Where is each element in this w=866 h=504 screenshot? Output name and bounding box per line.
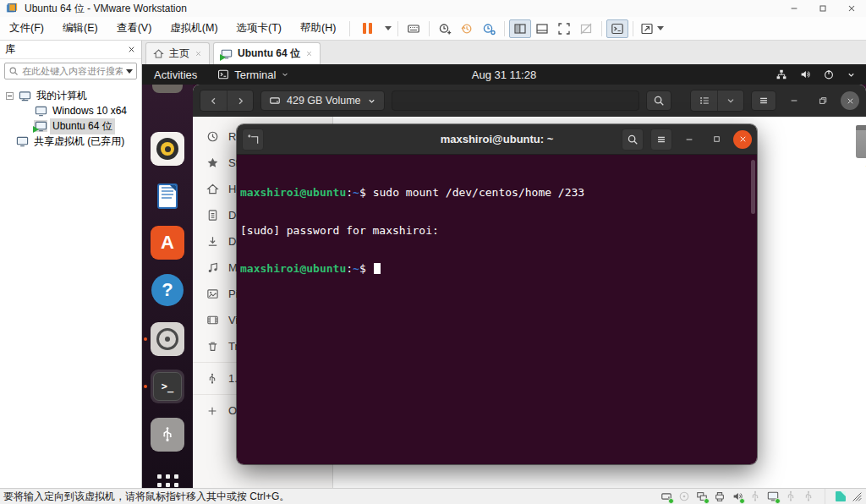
files-maximize-button[interactable] <box>812 90 834 111</box>
terminal-cursor <box>374 263 381 274</box>
library-search-input[interactable] <box>22 66 123 76</box>
network-adapter-icon[interactable] <box>696 490 708 502</box>
volume-location-button[interactable]: 429 GB Volume <box>260 90 385 111</box>
terminal-titlebar[interactable]: maxshiroi@ubuntu: ~ <box>237 124 757 155</box>
dock-item-ubuntu-software[interactable]: A <box>151 226 184 260</box>
terminal-minimize-button[interactable] <box>679 129 699 150</box>
display-icon[interactable] <box>767 490 779 502</box>
tree-item-shared-vms[interactable]: 共享虚拟机 (已弃用) <box>0 134 141 149</box>
toggle-library-button[interactable] <box>509 19 531 38</box>
tab-close-icon[interactable] <box>305 50 313 58</box>
tree-item-windows10[interactable]: Windows 10 x64 <box>0 103 141 118</box>
list-view-button[interactable] <box>691 90 717 111</box>
new-tab-icon <box>247 133 260 145</box>
revert-snapshot-button[interactable] <box>456 19 478 38</box>
fit-guest-button[interactable] <box>638 19 666 38</box>
terminal-search-button[interactable] <box>622 129 644 151</box>
send-ctrl-alt-del-button[interactable] <box>403 19 425 38</box>
dock-item-rhythmbox[interactable] <box>151 132 184 166</box>
fullscreen-button[interactable] <box>553 19 575 38</box>
dock-item-show-applications[interactable] <box>151 468 184 488</box>
command-text: sudo mount /dev/centos/home /233 <box>373 186 584 199</box>
running-indicator <box>144 337 147 341</box>
chevron-down-icon <box>367 96 376 106</box>
status-message: 要将输入定向到该虚拟机，请将鼠标指针移入其中或按 Ctrl+G。 <box>3 490 289 504</box>
gnome-topbar: Activities Terminal Aug 31 11:28 <box>142 64 866 85</box>
list-view-icon <box>699 95 710 107</box>
activities-button[interactable]: Activities <box>142 64 209 85</box>
caret-down-icon[interactable] <box>126 69 133 74</box>
view-options-button[interactable] <box>717 90 743 111</box>
cdrom-icon[interactable] <box>678 490 690 502</box>
star-icon <box>206 156 219 169</box>
suspend-dropdown[interactable] <box>380 19 393 38</box>
rhythmbox-icon <box>156 138 178 160</box>
split-horizontal-icon <box>535 22 549 36</box>
app-menu-button[interactable]: Terminal <box>209 64 298 85</box>
printer-icon[interactable] <box>714 490 726 502</box>
clock-button[interactable]: Aug 31 11:28 <box>472 64 536 85</box>
hamburger-menu-button[interactable] <box>751 90 776 111</box>
console-icon <box>611 22 624 36</box>
menu-tabs[interactable]: 选项卡(T) <box>227 19 291 38</box>
message-log-icon[interactable] <box>836 491 846 501</box>
plus-icon <box>206 405 219 417</box>
download-icon <box>206 235 219 248</box>
take-snapshot-button[interactable] <box>434 19 456 38</box>
sound-icon[interactable] <box>732 490 743 502</box>
usb-device-icon[interactable] <box>785 490 797 502</box>
system-tray[interactable] <box>776 68 866 80</box>
dock-item-disks[interactable] <box>151 322 184 356</box>
toggle-thumbnail-bar-button[interactable] <box>531 19 553 38</box>
files-minimize-button[interactable] <box>783 90 805 111</box>
menu-file[interactable]: 文件(F) <box>0 19 53 38</box>
usb-device-icon[interactable] <box>803 490 814 502</box>
files-headerbar: 429 GB Volume <box>193 85 866 117</box>
forward-button[interactable] <box>227 90 253 111</box>
terminal-close-button[interactable] <box>733 130 752 149</box>
resize-grip[interactable] <box>852 491 863 502</box>
window-minimize-button[interactable] <box>780 0 808 17</box>
menu-vm[interactable]: 虚拟机(M) <box>161 19 227 38</box>
unity-mode-button[interactable] <box>575 19 597 38</box>
dock-item-usb-drive[interactable] <box>151 418 184 452</box>
terminal-screen[interactable]: maxshiroi@ubuntu:~$sudo mount /dev/cento… <box>237 155 757 464</box>
menu-edit[interactable]: 编辑(E) <box>53 19 107 38</box>
tab-ubuntu-vm[interactable]: Ubuntu 64 位 <box>213 42 321 64</box>
terminal-maximize-button[interactable] <box>706 129 726 150</box>
back-button[interactable] <box>200 90 227 111</box>
suspend-vm-button[interactable] <box>354 19 380 38</box>
menu-view[interactable]: 查看(V) <box>107 19 162 38</box>
drive-icon <box>269 95 281 107</box>
ubuntu-dock: A ? >_ <box>142 85 193 488</box>
usb-device-icon[interactable] <box>749 490 761 502</box>
new-tab-button[interactable] <box>242 129 264 151</box>
dock-item-terminal[interactable]: >_ <box>151 370 184 403</box>
network-icon <box>776 68 787 80</box>
manage-snapshots-button[interactable] <box>478 19 500 38</box>
terminal-menu-button[interactable] <box>650 129 672 151</box>
tree-item-ubuntu[interactable]: Ubuntu 64 位 <box>0 118 141 134</box>
hard-disk-icon[interactable] <box>660 490 672 502</box>
volume-icon <box>799 68 811 80</box>
vm-running-icon <box>221 48 233 60</box>
files-close-button[interactable] <box>841 91 859 110</box>
vm-running-icon <box>34 120 47 132</box>
library-close-button[interactable] <box>127 45 136 54</box>
folder-files[interactable]: files <box>847 129 866 174</box>
menu-help[interactable]: 帮助(H) <box>291 19 345 38</box>
terminal-scrollbar[interactable] <box>751 160 755 214</box>
tab-home[interactable]: 主页 <box>145 42 210 64</box>
tab-close-icon[interactable] <box>195 50 202 58</box>
trash-icon <box>206 340 219 353</box>
show-console-button[interactable] <box>606 19 628 38</box>
window-close-button[interactable] <box>837 0 866 17</box>
home-icon <box>206 183 219 195</box>
search-button[interactable] <box>646 90 671 111</box>
window-maximize-button[interactable] <box>808 0 837 17</box>
tree-item-my-computer[interactable]: 我的计算机 <box>0 88 141 103</box>
path-bar[interactable] <box>392 90 639 111</box>
dock-item-libreoffice-writer[interactable] <box>151 179 184 213</box>
collapse-icon[interactable] <box>6 92 14 100</box>
dock-item-help[interactable]: ? <box>151 273 184 307</box>
